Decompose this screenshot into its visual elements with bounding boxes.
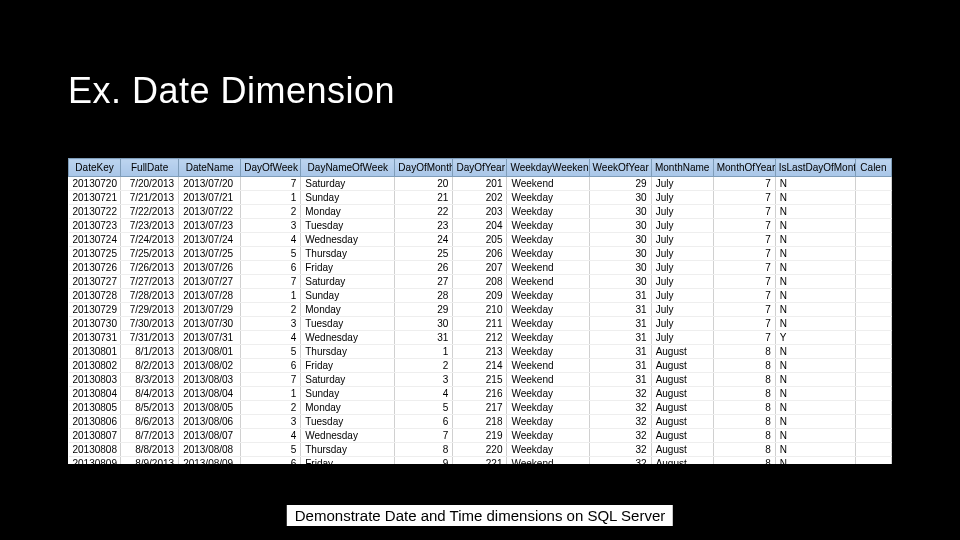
column-header: DateName <box>179 159 241 177</box>
column-header: MonthOfYear <box>713 159 775 177</box>
cell: 2013/08/09 <box>179 457 241 465</box>
cell: August <box>651 429 713 443</box>
cell: 29 <box>395 303 453 317</box>
column-header: DateKey <box>69 159 121 177</box>
cell: Weekday <box>507 317 589 331</box>
cell <box>855 205 891 219</box>
cell: 30 <box>589 247 651 261</box>
cell <box>855 289 891 303</box>
cell: Weekday <box>507 205 589 219</box>
cell: Monday <box>301 205 395 219</box>
cell: 8 <box>713 345 775 359</box>
cell: 2013/07/27 <box>179 275 241 289</box>
cell: 5 <box>395 401 453 415</box>
cell <box>855 233 891 247</box>
table-row: 201307207/20/20132013/07/207Saturday2020… <box>69 177 892 191</box>
cell: Weekday <box>507 345 589 359</box>
cell: 2013/07/20 <box>179 177 241 191</box>
cell: Thursday <box>301 247 395 261</box>
cell: 8/4/2013 <box>121 387 179 401</box>
column-header: Calen <box>855 159 891 177</box>
column-header: WeekdayWeekend <box>507 159 589 177</box>
cell: N <box>775 247 855 261</box>
cell: 1 <box>241 289 301 303</box>
column-header: DayOfMonth <box>395 159 453 177</box>
cell: 2 <box>241 303 301 317</box>
cell: 7 <box>713 177 775 191</box>
cell: 7 <box>713 303 775 317</box>
cell: 8/1/2013 <box>121 345 179 359</box>
cell: N <box>775 303 855 317</box>
cell: 20130805 <box>69 401 121 415</box>
cell: 26 <box>395 261 453 275</box>
cell: 7 <box>713 275 775 289</box>
cell: 20130721 <box>69 191 121 205</box>
cell: July <box>651 205 713 219</box>
cell: Wednesday <box>301 331 395 345</box>
cell: 212 <box>453 331 507 345</box>
table-row: 201307277/27/20132013/07/277Saturday2720… <box>69 275 892 289</box>
cell: 1 <box>241 387 301 401</box>
cell: 32 <box>589 401 651 415</box>
cell: 4 <box>241 331 301 345</box>
cell: July <box>651 191 713 205</box>
cell: 2013/07/25 <box>179 247 241 261</box>
cell: 20130726 <box>69 261 121 275</box>
cell: 20130720 <box>69 177 121 191</box>
cell <box>855 443 891 457</box>
cell: Y <box>775 331 855 345</box>
cell: N <box>775 205 855 219</box>
cell <box>855 457 891 465</box>
cell: 31 <box>589 331 651 345</box>
table-row: 201307317/31/20132013/07/314Wednesday312… <box>69 331 892 345</box>
cell: 7/29/2013 <box>121 303 179 317</box>
cell: Weekday <box>507 429 589 443</box>
cell: 214 <box>453 359 507 373</box>
cell: 3 <box>241 219 301 233</box>
cell: August <box>651 387 713 401</box>
cell: 8 <box>713 387 775 401</box>
cell: 1 <box>241 191 301 205</box>
table-row: 201307217/21/20132013/07/211Sunday21202W… <box>69 191 892 205</box>
cell: Friday <box>301 359 395 373</box>
cell: 20130806 <box>69 415 121 429</box>
cell: 204 <box>453 219 507 233</box>
cell: 7 <box>713 233 775 247</box>
cell: 6 <box>395 415 453 429</box>
cell: 7/22/2013 <box>121 205 179 219</box>
cell: 8/6/2013 <box>121 415 179 429</box>
cell: 8 <box>713 373 775 387</box>
column-header: DayOfYear <box>453 159 507 177</box>
cell: 20130807 <box>69 429 121 443</box>
cell <box>855 345 891 359</box>
cell: 20130727 <box>69 275 121 289</box>
cell: July <box>651 275 713 289</box>
cell: 1 <box>395 345 453 359</box>
cell <box>855 247 891 261</box>
cell: 32 <box>589 429 651 443</box>
cell: 2013/07/22 <box>179 205 241 219</box>
cell: 7 <box>241 177 301 191</box>
cell: 207 <box>453 261 507 275</box>
cell: 5 <box>241 443 301 457</box>
cell: Wednesday <box>301 429 395 443</box>
cell: 7/30/2013 <box>121 317 179 331</box>
cell: 7/24/2013 <box>121 233 179 247</box>
cell: 3 <box>395 373 453 387</box>
cell: 20130802 <box>69 359 121 373</box>
cell: August <box>651 457 713 465</box>
cell: Weekday <box>507 401 589 415</box>
data-table-container: DateKeyFullDateDateNameDayOfWeekDayNameO… <box>68 158 892 464</box>
cell: 8 <box>395 443 453 457</box>
cell: 30 <box>589 261 651 275</box>
cell: 20130803 <box>69 373 121 387</box>
table-row: 201308048/4/20132013/08/041Sunday4216Wee… <box>69 387 892 401</box>
cell: N <box>775 443 855 457</box>
cell: 7/26/2013 <box>121 261 179 275</box>
column-header: DayNameOfWeek <box>301 159 395 177</box>
cell: Tuesday <box>301 415 395 429</box>
cell: 31 <box>395 331 453 345</box>
cell: 206 <box>453 247 507 261</box>
cell: Sunday <box>301 387 395 401</box>
cell: 2013/07/30 <box>179 317 241 331</box>
